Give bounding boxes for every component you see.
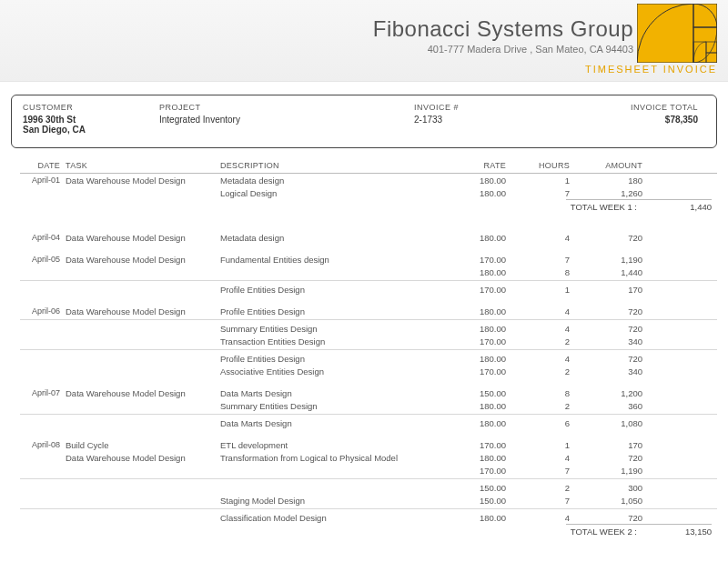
cell-desc: Profile Entities Design	[220, 285, 430, 295]
customer-line1: 1996 30th St	[23, 115, 159, 125]
cell-task	[66, 285, 220, 295]
cell-rate: 170.00	[430, 255, 521, 265]
cell-hours: 1	[521, 285, 575, 295]
cell-rate: 180.00	[430, 401, 521, 411]
table-row: Associative Entities Design170.002340	[20, 365, 717, 377]
cell-hours: 4	[521, 324, 575, 334]
cell-rate: 180.00	[430, 324, 521, 334]
table-row: 180.0081,440	[20, 266, 717, 278]
header: Fibonacci Systems Group 401-777 Madera D…	[0, 0, 728, 82]
cell-rate: 170.00	[430, 466, 521, 476]
cell-hours: 1	[521, 176, 575, 186]
col-header-rate: RATE	[430, 161, 521, 170]
invoice-total-value: $78,350	[578, 115, 698, 125]
cell-date: April-04	[20, 233, 66, 243]
cell-hours: 7	[521, 496, 575, 506]
cell-task: Data Warehouse Model Design	[66, 176, 220, 186]
cell-date	[20, 267, 66, 277]
cell-amount: 1,190	[575, 255, 648, 265]
row-gap	[20, 296, 717, 305]
table-row: Data Marts Design180.0061,080	[20, 416, 717, 429]
cell-task	[66, 483, 220, 493]
cell-desc: Summary Entities Design	[220, 324, 430, 334]
cell-amount: 180	[575, 176, 648, 186]
project-label: PROJECT	[159, 103, 414, 112]
cell-amount: 720	[575, 233, 648, 243]
customer-label: CUSTOMER	[23, 103, 159, 112]
invoice-number-value: 2-1733	[414, 115, 578, 125]
cell-task: Data Warehouse Model Design	[66, 388, 220, 398]
cell-amount: 300	[575, 483, 648, 493]
cell-date	[20, 496, 66, 506]
cell-rate: 170.00	[430, 366, 521, 376]
cell-hours: 4	[521, 306, 575, 316]
cell-rate: 180.00	[430, 354, 521, 364]
project-value: Integrated Inventory	[159, 115, 414, 125]
table-row: April-06Data Warehouse Model DesignProfi…	[20, 305, 717, 317]
cell-amount: 720	[575, 453, 648, 463]
cell-desc: Logical Design	[220, 188, 430, 198]
cell-rate: 180.00	[430, 453, 521, 463]
cell-hours: 4	[521, 453, 575, 463]
cell-rate: 170.00	[430, 336, 521, 346]
cell-rate: 180.00	[430, 233, 521, 243]
table-header-row: DATE TASK DESCRIPTION RATE HOURS AMOUNT	[20, 157, 717, 174]
cell-hours: 8	[521, 388, 575, 398]
cell-amount: 1,200	[575, 388, 648, 398]
cell-rate: 170.00	[430, 440, 521, 450]
cell-date: April-08	[20, 440, 66, 450]
col-header-task: TASK	[66, 161, 220, 170]
cell-task	[66, 324, 220, 334]
cell-date: April-05	[20, 255, 66, 265]
col-header-desc: DESCRIPTION	[220, 161, 430, 170]
cell-task: Data Warehouse Model Design	[66, 306, 220, 316]
table-row: April-01Data Warehouse Model DesignMetad…	[20, 174, 717, 186]
cell-desc: Transaction Entities Design	[220, 336, 430, 346]
cell-hours: 7	[521, 188, 575, 198]
table-row: April-07Data Warehouse Model DesignData …	[20, 386, 717, 399]
cell-rate: 180.00	[430, 418, 521, 428]
fibonacci-logo-icon	[637, 4, 717, 63]
cell-date: April-06	[20, 306, 66, 316]
cell-amount: 340	[575, 336, 648, 346]
cell-amount: 360	[575, 401, 648, 411]
cell-task	[66, 336, 220, 346]
cell-date	[20, 366, 66, 376]
cell-amount: 1,440	[575, 267, 648, 277]
row-gap	[20, 429, 717, 438]
table-row: April-04Data Warehouse Model DesignMetad…	[20, 231, 717, 244]
cell-desc: Data Marts Design	[220, 388, 430, 398]
row-separator	[20, 414, 717, 415]
customer-line2: San Diego, CA	[23, 125, 159, 135]
table-row: Summary Entities Design180.004720	[20, 322, 717, 335]
table-row: 150.002300	[20, 481, 717, 494]
col-header-amount: AMOUNT	[575, 161, 648, 170]
cell-desc: Fundamental Entities design	[220, 255, 430, 265]
cell-date	[20, 188, 66, 198]
cell-task: Data Warehouse Model Design	[66, 453, 220, 463]
cell-amount: 1,050	[575, 496, 648, 506]
cell-hours: 2	[521, 336, 575, 346]
cell-rate: 170.00	[430, 285, 521, 295]
cell-hours: 2	[521, 366, 575, 376]
cell-task	[66, 513, 220, 523]
cell-desc: Profile Entities Design	[220, 354, 430, 364]
cell-task	[66, 496, 220, 506]
cell-desc: Staging Model Design	[220, 496, 430, 506]
cell-date	[20, 354, 66, 364]
company-address: 401-777 Madera Drive , San Mateo, CA 944…	[373, 44, 633, 55]
document-type: TIMESHEET INVOICE	[585, 64, 717, 75]
invoice-number-label: INVOICE #	[414, 103, 578, 112]
cell-amount: 1,260	[575, 188, 648, 198]
cell-rate: 180.00	[430, 513, 521, 523]
cell-date	[20, 483, 66, 493]
cell-amount: 720	[575, 354, 648, 364]
cell-task	[66, 354, 220, 364]
row-separator	[20, 280, 717, 281]
cell-task	[66, 188, 220, 198]
cell-hours: 1	[521, 440, 575, 450]
cell-desc	[220, 466, 430, 476]
row-separator	[20, 349, 717, 350]
company-name: Fibonacci Systems Group	[373, 16, 633, 42]
company-block: Fibonacci Systems Group 401-777 Madera D…	[373, 16, 633, 55]
